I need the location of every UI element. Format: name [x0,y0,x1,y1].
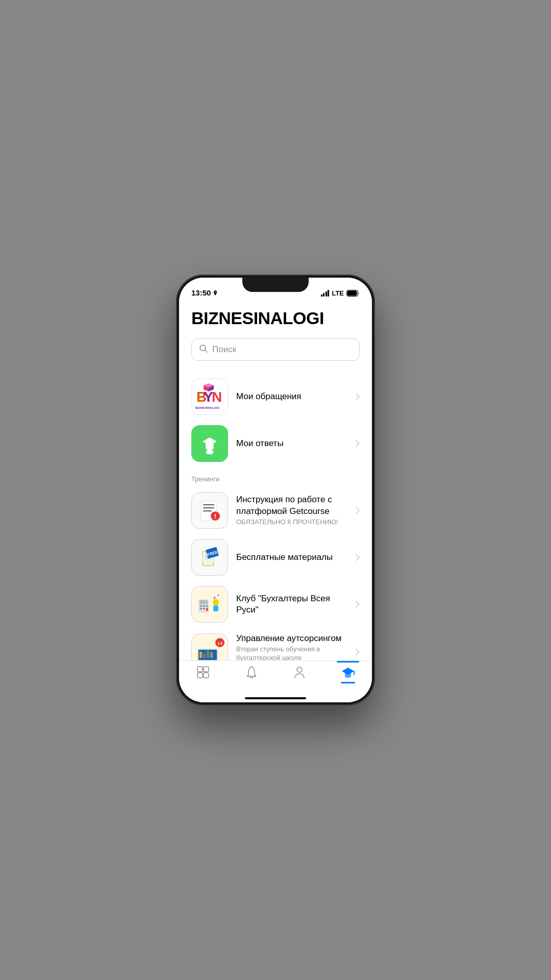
free-materials-title: Бесплатные материалы [236,552,347,563]
svg-rect-47 [197,673,203,678]
svg-rect-1 [347,291,357,296]
nav-profile[interactable] [286,665,313,679]
free-materials-item[interactable]: FREE Бесплатные материалы [191,534,360,581]
instruction-text: Инструкция по работе с платформой Getcou… [236,494,347,526]
battery-icon [346,290,360,297]
svg-rect-24 [199,600,208,604]
trainings-section-label: Тренинги [191,475,360,483]
notch [242,278,309,292]
svg-rect-32 [213,605,218,611]
svg-rect-38 [199,652,202,658]
nav-courses[interactable] [190,665,216,679]
search-icon [199,344,208,355]
phone-screen: 13:50 LTE [179,278,372,702]
bottom-navigation [179,660,372,702]
svg-rect-26 [203,605,205,607]
svg-point-49 [297,667,302,672]
instruction-title: Инструкция по работе с платформой Getcou… [236,494,347,517]
outsourcing-title: Управление аутсорсингом [236,633,347,644]
instruction-subtitle: ОБЯЗАТЕЛЬНО К ПРОЧТЕНИЮ! [236,518,347,527]
grad-svg [198,432,221,455]
chevron-right-icon5 [356,601,360,608]
club-svg: ★ ★ [194,589,225,620]
free-materials-icon: FREE [191,539,228,576]
graduation-cap-icon [341,665,355,679]
svg-text:!: ! [214,512,216,520]
accountants-club-title: Клуб "Бухгалтеры Всея Руси" [236,593,347,616]
instruction-svg: ! [197,498,222,523]
free-svg: FREE [195,543,224,572]
my-requests-text: Мои обращения [236,391,347,402]
instruction-item[interactable]: ! Инструкция по работе с платформой Getc… [191,487,360,534]
svg-rect-9 [206,450,213,454]
bin-logo-icon: B Y N BIZNESINALOGI [191,378,228,415]
accountants-club-icon: ★ ★ [191,586,228,623]
svg-rect-40 [207,651,209,658]
accountants-club-item[interactable]: ★ ★ Клуб "Бухгалтеры Всея Руси" [191,581,360,628]
bell-icon [244,665,259,679]
nav-training[interactable] [335,665,361,679]
graduation-green-icon [191,425,228,462]
svg-text:1.0: 1.0 [217,642,222,645]
svg-rect-46 [204,667,209,672]
svg-rect-29 [203,608,205,609]
chevron-right-icon [356,393,360,400]
svg-text:BIZNESINALOGI: BIZNESINALOGI [195,406,219,409]
my-requests-item[interactable]: B Y N BIZNESINALOGI [191,373,360,420]
bin-logo-svg: B Y N BIZNESINALOGI [194,382,225,411]
app-title: BIZNESINALOGI [191,308,360,328]
svg-point-8 [207,445,212,450]
instruction-icon: ! [191,492,228,529]
chevron-right-icon6 [356,648,360,655]
my-answers-text: Мои ответы [236,438,347,449]
svg-text:N: N [212,389,222,405]
svg-rect-39 [203,653,206,658]
location-icon [212,290,218,296]
chevron-right-icon2 [356,440,360,447]
svg-text:★: ★ [217,594,219,597]
grid-icon [196,665,210,679]
free-materials-text: Бесплатные материалы [236,552,347,563]
signal-icon [321,290,330,297]
search-bar[interactable] [191,338,360,361]
home-indicator [245,697,306,699]
accountants-club-text: Клуб "Бухгалтеры Всея Руси" [236,593,347,616]
status-time: 13:50 [191,288,218,297]
svg-rect-27 [206,605,208,607]
svg-rect-48 [204,673,209,678]
person-icon [292,665,307,679]
svg-rect-28 [200,608,202,609]
svg-text:★: ★ [213,596,216,600]
my-requests-title: Мои обращения [236,391,347,402]
svg-rect-41 [210,652,213,658]
svg-rect-30 [206,608,208,611]
phone-frame: 13:50 LTE [176,275,375,705]
search-input[interactable] [212,345,352,355]
my-answers-item[interactable]: Мои ответы [191,420,360,467]
chevron-right-icon3 [356,507,360,514]
chevron-right-icon4 [356,554,360,561]
scroll-content[interactable]: BIZNESINALOGI [179,300,372,702]
carrier-label: LTE [332,289,344,297]
my-answers-title: Мои ответы [236,438,347,449]
status-icons: LTE [321,289,360,297]
svg-rect-45 [197,667,203,672]
nav-notifications[interactable] [238,665,265,679]
svg-point-2 [200,345,206,351]
svg-rect-25 [200,605,202,607]
